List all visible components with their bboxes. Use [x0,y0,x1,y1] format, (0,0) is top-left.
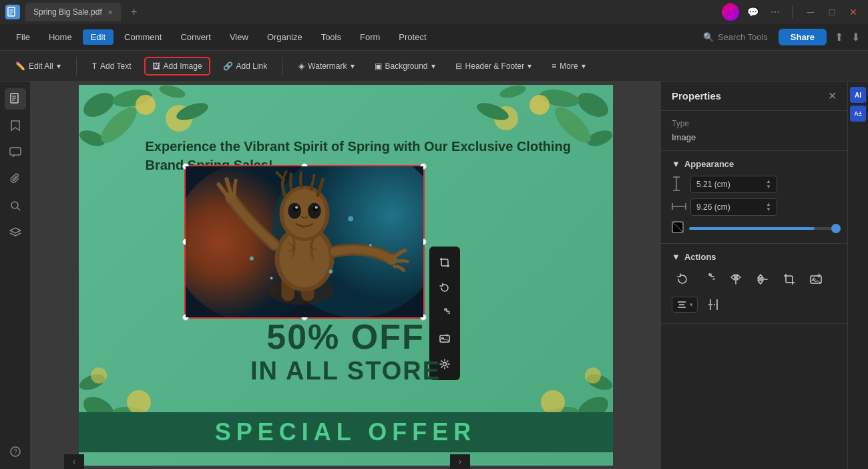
right-edge-format-button[interactable]: A± [850,106,866,122]
appearance-section: ▼ Appearance 5.21 (cm) ▲ ▼ [661,151,847,244]
actions-header[interactable]: ▼ Actions [672,252,837,262]
menu-home[interactable]: Home [41,29,80,45]
prev-page-button[interactable]: ‹ [64,454,84,469]
upload-icon[interactable]: ⬆ [835,31,843,43]
sidebar-item-attachments[interactable] [5,168,26,190]
user-avatar[interactable] [722,3,739,21]
menu-protect[interactable]: Protect [391,29,434,45]
height-spinners[interactable]: ▲ ▼ [766,179,771,190]
height-down[interactable]: ▼ [766,184,771,190]
menu-edit[interactable]: Edit [83,29,114,45]
more-label: More [560,61,578,71]
search-tools-button[interactable]: 🔍 Search Tools [695,29,776,45]
sidebar-item-comments[interactable] [5,142,26,163]
window-controls: ─ □ ✕ [801,5,863,19]
sidebar-item-pages[interactable] [5,88,26,110]
special-offer-bar: SPECIAL OFFER [79,412,613,452]
svg-point-59 [249,257,253,261]
sidebar-item-bookmarks[interactable] [5,115,26,136]
canvas-area: Experience the Vibrant Spirit of Spring … [31,82,660,469]
background-button[interactable]: ▣ Background ▾ [367,57,443,75]
width-input[interactable]: 9.26 (cm) ▲ ▼ [690,198,777,216]
more-dropdown-icon: ▾ [582,61,586,71]
action-flip-horizontal[interactable] [725,269,746,290]
width-down[interactable]: ▼ [766,207,771,212]
sidebar-item-help[interactable]: ? [5,441,26,462]
edit-toolbar: ✏️ Edit All ▾ T Add Text 🖼 Add Image 🔗 A… [0,51,868,82]
type-section: Type Image [661,111,847,151]
sidebar-item-search[interactable] [5,195,26,216]
svg-point-33 [127,390,151,414]
active-tab[interactable]: Spring Big Sale.pdf ✕ [25,3,121,21]
expand-icon[interactable]: ⬇ [851,31,860,43]
more-button[interactable]: ≡ More ▾ [544,57,592,75]
svg-point-14 [79,88,118,122]
menu-file[interactable]: File [8,29,38,45]
search-tools-label: Search Tools [718,32,768,42]
menu-view[interactable]: View [222,29,256,45]
groot-image-svg [186,166,423,317]
watermark-button[interactable]: ◈ Watermark ▾ [291,57,361,75]
add-link-button[interactable]: 🔗 Add Link [216,57,275,75]
watermark-label: Watermark [308,61,347,71]
action-replace[interactable] [805,269,827,290]
app-logo [5,5,20,19]
menu-organize[interactable]: Organize [259,29,310,45]
new-tab-button[interactable]: + [126,4,142,20]
width-spinners[interactable]: ▲ ▼ [766,202,771,212]
actions-section: ▼ Actions [661,244,847,324]
title-bar: Spring Big Sale.pdf ✕ + 💬 ⋯ ─ □ ✕ [0,0,868,24]
action-flip-vertical[interactable] [752,269,773,290]
opacity-slider-thumb[interactable] [831,224,841,233]
title-bar-icons: 💬 ⋯ [722,3,785,21]
menu-tools[interactable]: Tools [313,29,349,45]
crop-button[interactable] [433,251,457,275]
header-footer-icon: ⊟ [455,61,462,71]
next-page-button[interactable]: › [450,454,470,469]
menu-convert[interactable]: Convert [172,29,219,45]
add-text-label: Add Text [100,61,131,71]
width-input-row: 9.26 (cm) ▲ ▼ [672,198,837,216]
right-edge-ai-button[interactable]: AI [850,87,866,103]
share-button[interactable]: Share [779,29,827,45]
action-distribute[interactable] [703,294,724,315]
minimize-button[interactable]: ─ [801,5,820,19]
edit-all-button[interactable]: ✏️ Edit All ▾ [8,57,68,75]
svg-point-28 [498,85,527,100]
panel-close-button[interactable]: ✕ [828,90,837,102]
maximize-button[interactable]: □ [823,5,841,19]
menu-bar: File Home Edit Comment Convert View Orga… [0,24,868,51]
rotate-left-button[interactable] [433,276,457,300]
pdf-page: Experience the Vibrant Spirit of Spring … [79,85,613,466]
close-button[interactable]: ✕ [844,5,863,19]
separator [76,57,77,75]
chat-icon[interactable]: 💬 [743,5,762,19]
svg-text:?: ? [13,448,17,456]
action-rotate-left[interactable] [672,269,693,290]
selected-image-container[interactable] [184,165,425,319]
action-crop[interactable] [779,269,800,290]
menu-form[interactable]: Form [352,29,388,45]
edit-all-label: Edit All [29,61,53,71]
tab-close-button[interactable]: ✕ [107,9,113,16]
sidebar-item-layers[interactable] [5,222,26,243]
header-footer-button[interactable]: ⊟ Header & Footer ▾ [448,57,539,75]
add-text-button[interactable]: T Add Text [85,57,139,75]
special-offer-text: SPECIAL OFFER [215,418,476,446]
menu-comment[interactable]: Comment [116,29,170,45]
add-image-button[interactable]: 🖼 Add Image [144,57,210,75]
menu-icon[interactable]: ⋯ [766,5,785,19]
link-icon: 🔗 [223,61,233,71]
align-dropdown[interactable]: ▾ [672,297,698,313]
svg-point-18 [136,95,156,115]
height-input-row: 5.21 (cm) ▲ ▼ [672,176,837,193]
opacity-slider-track[interactable] [689,227,837,230]
appearance-header[interactable]: ▼ Appearance [672,159,837,169]
action-rotate-right[interactable] [698,269,720,290]
actions-row-2: ▾ [672,294,837,315]
height-input[interactable]: 5.21 (cm) ▲ ▼ [690,176,777,193]
image-content [186,166,423,317]
properties-panel: Properties ✕ Type Image ▼ Appearance 5.2… [660,82,847,469]
height-icon [672,176,685,193]
add-link-label: Add Link [236,61,268,71]
